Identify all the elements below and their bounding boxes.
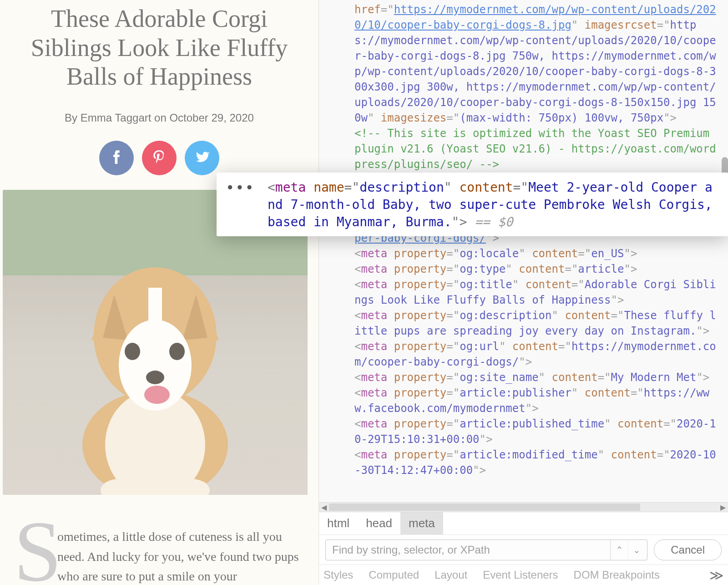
facebook-share-button[interactable] [99, 141, 134, 175]
byline: By Emma Taggart on October 29, 2020 [14, 112, 305, 124]
find-input-wrapper: ⌃ ⌄ [325, 539, 647, 560]
social-share-row [14, 141, 305, 175]
subtab-event-listeners[interactable]: Event Listeners [483, 569, 558, 581]
devtools-subtabs: Styles Computed Layout Event Listeners D… [319, 565, 728, 585]
meta-line[interactable]: <meta property="og:url" content="https:/… [354, 339, 728, 370]
facebook-icon [108, 149, 125, 167]
subtab-computed[interactable]: Computed [369, 569, 419, 581]
subtabs-overflow-icon[interactable]: ≫ [709, 567, 723, 583]
subtab-layout[interactable]: Layout [435, 569, 467, 581]
meta-line[interactable]: <meta property="og:description" content=… [354, 308, 728, 339]
meta-line[interactable]: <meta property="og:site_name" content="M… [354, 370, 728, 385]
pinterest-icon [151, 149, 167, 167]
subtab-styles[interactable]: Styles [324, 569, 353, 581]
find-bar: ⌃ ⌄ Cancel [319, 535, 728, 565]
find-input[interactable] [332, 544, 610, 556]
article-pane: These Adorable Corgi Siblings Look Like … [0, 0, 318, 585]
body-paragraph: ometimes, a little dose of cuteness is a… [57, 529, 299, 583]
svg-rect-4 [148, 288, 162, 347]
meta-line[interactable]: <meta property="og:title" content="Adora… [354, 277, 728, 308]
svg-point-5 [125, 343, 140, 360]
meta-line[interactable]: <meta property="og:type" content="articl… [354, 261, 728, 277]
corgi-illustration [60, 249, 251, 495]
breadcrumb-html[interactable]: html [319, 512, 358, 534]
article-body: S ometimes, a little dose of cuteness is… [14, 527, 305, 585]
find-cancel-button[interactable]: Cancel [654, 539, 722, 560]
svg-point-8 [144, 386, 170, 404]
meta-line[interactable]: <meta property="article:published_time" … [354, 416, 728, 447]
pinterest-share-button[interactable] [142, 141, 177, 175]
dom-breadcrumb: html head meta [319, 512, 728, 535]
dropcap: S [14, 517, 62, 585]
meta-line[interactable]: <meta property="article:modified_time" c… [354, 447, 728, 478]
meta-line[interactable]: <meta property="article:publisher" conte… [354, 385, 728, 416]
breadcrumb-head[interactable]: head [358, 512, 400, 534]
horizontal-scrollbar[interactable]: ◀ ▶ [319, 502, 728, 512]
hscroll-thumb[interactable] [329, 504, 640, 511]
selected-element-popout[interactable]: ••• <meta name="description" content="Me… [217, 173, 728, 236]
twitter-share-button[interactable] [185, 141, 219, 175]
ellipsis-icon: ••• [226, 179, 255, 196]
devtools-panel: href="https://mymodernmet.com/wp/wp-cont… [318, 0, 728, 585]
breadcrumb-meta[interactable]: meta [400, 512, 443, 534]
find-prev-icon[interactable]: ⌃ [611, 540, 628, 560]
scroll-right-icon[interactable]: ▶ [718, 503, 728, 512]
subtab-dom-breakpoints[interactable]: DOM Breakpoints [574, 569, 660, 581]
article-title: These Adorable Corgi Siblings Look Like … [14, 5, 305, 92]
find-next-icon[interactable]: ⌄ [628, 540, 645, 560]
elements-source-view[interactable]: href="https://mymodernmet.com/wp/wp-cont… [319, 0, 728, 502]
meta-line[interactable]: <meta property="og:locale" content="en_U… [354, 246, 728, 261]
twitter-icon [194, 149, 210, 167]
svg-point-6 [169, 343, 185, 360]
svg-point-7 [146, 371, 164, 384]
scroll-left-icon[interactable]: ◀ [319, 503, 329, 512]
